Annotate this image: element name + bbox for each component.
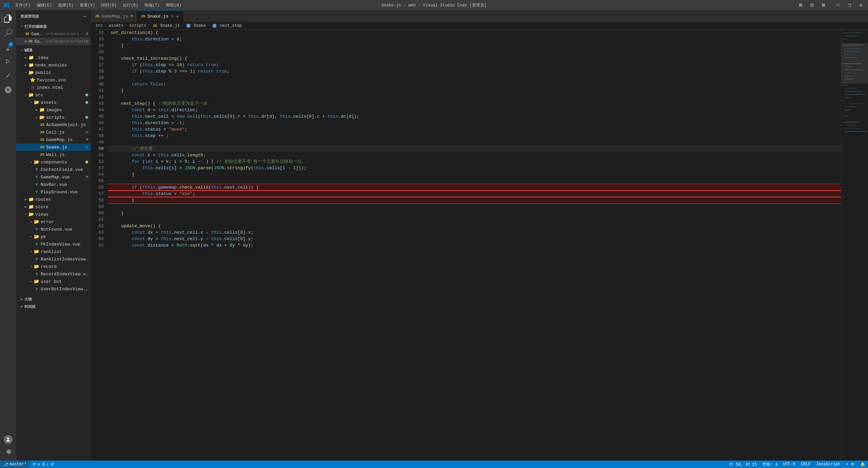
project-web[interactable]: ▾ WEB <box>16 46 91 54</box>
open-editors-label: 打开的编辑器 <box>24 24 91 29</box>
file-favicon[interactable]: ⭐ favicon.ico <box>16 76 91 84</box>
file-userbotindexview[interactable]: V UserBotIndexView.vue <box>16 285 91 293</box>
maximize-button[interactable]: ❐ <box>846 1 853 9</box>
tab-gamemap[interactable]: JS GameMap.js M <box>91 10 137 22</box>
file-playground[interactable]: V PlayGround.vue <box>16 188 91 196</box>
minimap[interactable] <box>841 30 868 461</box>
file-pkindexview[interactable]: V PkIndexView.vue <box>16 240 91 248</box>
crumb-scripts[interactable]: scripts <box>129 23 146 28</box>
file-recordindexview[interactable]: V RecordIndexView.vue <box>16 270 91 278</box>
file-index-html[interactable]: H index.html <box>16 84 91 91</box>
ranklist-label: ranklist <box>41 249 91 254</box>
activity-source-control[interactable]: 4 <box>1 40 15 54</box>
folder-ranklist-icon: 📂 <box>34 249 39 254</box>
close-icon[interactable]: ✕ <box>24 39 27 44</box>
status-encoding[interactable]: UTF-8 <box>781 461 798 468</box>
menu-goto[interactable]: 转到(G) <box>98 2 119 9</box>
crumb-snake-class[interactable]: ⬤ Snake <box>185 23 206 28</box>
file-gamemap-vue[interactable]: V GameMap.vue M <box>16 173 91 181</box>
svg-rect-25 <box>845 128 862 129</box>
close-button[interactable]: ✕ <box>857 1 865 9</box>
activity-run[interactable] <box>1 55 15 68</box>
file-snake-js[interactable]: JS Snake.js U <box>16 143 91 151</box>
file-notfound[interactable]: V NotFound.vue <box>16 226 91 233</box>
crumb-file[interactable]: JS Snake.js <box>152 23 180 28</box>
folder-node-modules[interactable]: ▶ 📁 node_modules <box>16 61 91 69</box>
open-editors-section[interactable]: ▾ 打开的编辑器 <box>16 23 91 30</box>
activity-settings[interactable] <box>1 445 15 458</box>
status-branch[interactable]: ⎇ master* <box>0 461 30 468</box>
status-eol[interactable]: CRLF <box>798 461 813 468</box>
menu-run[interactable]: 运行(R) <box>120 2 141 9</box>
menu-view[interactable]: 查看(V) <box>77 2 98 9</box>
favicon-label: favicon.ico <box>37 78 91 83</box>
folder-userbot[interactable]: ▾ 📂 user bot <box>16 278 91 285</box>
file-contentfield[interactable]: V ContentField.vue <box>16 166 91 173</box>
ln-41: 41 <box>91 87 104 94</box>
timeline-section[interactable]: ▶ 时间线 <box>16 303 91 310</box>
menu-select[interactable]: 选择(S) <box>55 2 76 9</box>
status-language[interactable]: JavaScript <box>813 461 843 468</box>
folder-idea[interactable]: ▶ 📁 .idea <box>16 54 91 61</box>
pk-arrow: ▾ <box>28 235 34 239</box>
code-content[interactable]: set_direction(d) { this.direction = d; }… <box>108 30 841 461</box>
folder-record[interactable]: ▾ 📂 record <box>16 263 91 270</box>
navbar-label: NavBar.vue <box>41 182 91 187</box>
new-file-icon[interactable]: ⋯ <box>83 13 87 20</box>
crumb-next-step[interactable]: ⬤ next_step <box>212 23 242 28</box>
open-editor-gamemap[interactable]: JS GameMap.js src\assets\scri... M <box>16 30 91 38</box>
titlebar-menu[interactable]: 文件(F) 编辑(E) 选择(S) 查看(V) 转到(G) 运行(R) 终端(T… <box>12 2 184 9</box>
menu-file[interactable]: 文件(F) <box>12 2 33 9</box>
folder-store[interactable]: ▶ 📁 store <box>16 203 91 211</box>
folder-ranklist[interactable]: ▾ 📂 ranklist <box>16 248 91 255</box>
gamemap-js-badge: M <box>86 138 88 142</box>
status-feedback[interactable]: ☀ 中 <box>843 461 857 468</box>
folder-pk[interactable]: ▾ 📂 pk <box>16 233 91 240</box>
user-avatar[interactable] <box>4 435 13 444</box>
file-cell[interactable]: JS Cell.js U <box>16 129 91 136</box>
minimize-button[interactable]: — <box>834 1 842 9</box>
titlebar-controls[interactable]: ⊞ ⊟ ⊠ — ❐ ✕ <box>797 1 865 9</box>
activity-search[interactable] <box>1 26 15 40</box>
file-gamemap-js[interactable]: JS GameMap.js M <box>16 136 91 143</box>
file-ranklistindexview[interactable]: V RanklistIndexView.vue <box>16 255 91 263</box>
code-line-56: if (!this.gamemap.check_valid(this.next_… <box>108 184 841 191</box>
menu-terminal[interactable]: 终端(T) <box>142 2 163 9</box>
crumb-assets[interactable]: assets <box>109 23 123 28</box>
menu-edit[interactable]: 编辑(E) <box>34 2 55 9</box>
tab-snake-close[interactable]: ✕ <box>175 13 179 20</box>
layout-icon-2[interactable]: ⊟ <box>808 1 816 9</box>
file-navbar[interactable]: V NavBar.vue <box>16 181 91 188</box>
tab-snake-badge: U <box>171 15 173 18</box>
folder-images[interactable]: ▶ 📁 images <box>16 106 91 114</box>
file-wall[interactable]: JS Wall.js <box>16 151 91 158</box>
folder-public[interactable]: ▾ 📂 public <box>16 69 91 76</box>
outline-section[interactable]: ▶ 大纲 <box>16 295 91 303</box>
folder-error[interactable]: ▾ 📂 error <box>16 218 91 226</box>
outline-label: 大纲 <box>24 297 91 302</box>
vue-nb-icon: V <box>34 182 39 187</box>
layout-icon-1[interactable]: ⊞ <box>797 1 804 9</box>
folder-scripts[interactable]: ▾ 📂 scripts <box>16 114 91 121</box>
open-editor-snake[interactable]: ✕ JS Snake.js src\assets\scripts U <box>16 38 91 45</box>
status-position[interactable]: 行 50, 列 15 <box>727 461 760 468</box>
menu-help[interactable]: 帮助(H) <box>163 2 184 9</box>
tab-snake[interactable]: JS Snake.js U ✕ <box>137 10 183 22</box>
status-notifications[interactable]: 🔔 <box>857 461 868 468</box>
layout-icon-3[interactable]: ⊠ <box>820 1 827 9</box>
status-errors: ⊘ 0 <box>37 462 45 467</box>
ln-38: 38 <box>91 68 104 75</box>
activity-remote[interactable] <box>1 83 15 97</box>
folder-views[interactable]: ▾ 📂 views <box>16 211 91 218</box>
folder-router[interactable]: ▶ 📁 router <box>16 196 91 203</box>
crumb-src[interactable]: src <box>96 23 103 28</box>
file-acgameobject[interactable]: JS AcGameObject.js <box>16 121 91 129</box>
status-sync[interactable]: ⟳ ⊘ 0 ⚠ 0 <box>30 461 56 468</box>
folder-src[interactable]: ▾ 📂 src <box>16 91 91 99</box>
folder-assets[interactable]: ▾ 📂 assets <box>16 99 91 106</box>
activity-explorer[interactable] <box>1 12 15 25</box>
index-html-label: index.html <box>37 85 91 90</box>
status-spaces[interactable]: 空格: 4 <box>760 461 781 468</box>
activity-extensions[interactable] <box>1 69 15 82</box>
folder-components[interactable]: ▾ 📂 components <box>16 158 91 166</box>
